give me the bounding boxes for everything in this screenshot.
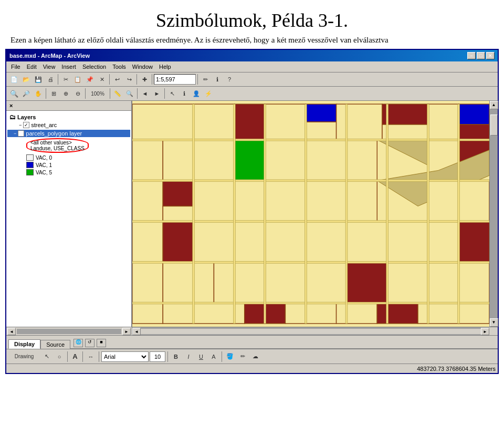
- scale-input[interactable]: [154, 74, 196, 85]
- font-select[interactable]: Arial: [101, 351, 149, 362]
- stop-button[interactable]: ■: [97, 339, 106, 347]
- scroll-track[interactable]: [490, 109, 498, 318]
- help-tool-button[interactable]: ?: [224, 74, 235, 85]
- menu-window[interactable]: Window: [130, 63, 155, 71]
- parcels-checkbox[interactable]: ✓: [18, 130, 24, 137]
- line-color-btn[interactable]: ✏: [237, 351, 248, 362]
- editor-button[interactable]: ✏: [200, 74, 211, 85]
- percent-input-btn[interactable]: 100%: [87, 88, 108, 99]
- refresh-button[interactable]: ↺: [85, 339, 94, 347]
- scroll-up-button[interactable]: ▲: [490, 101, 498, 109]
- globe-button[interactable]: 🌐: [74, 339, 83, 347]
- legend-vac5: VAC, 5: [26, 169, 130, 175]
- coordinates-display: 483720.73 3768604.35 Meters: [417, 366, 496, 372]
- map-horizontal-scroll[interactable]: ◄ ►: [132, 327, 489, 335]
- svg-rect-14: [163, 140, 193, 181]
- fixed-zoom-out-button[interactable]: ⊖: [72, 88, 83, 99]
- tools-toolbar: 🔍 🔎 ✋ ⊞ ⊕ ⊖ 100% 📏 🔍 ◄ ► ↖ ℹ 👤 ⚡: [6, 87, 498, 101]
- svg-rect-56: [337, 303, 377, 324]
- toc-scroll-left[interactable]: ◄: [7, 328, 16, 335]
- drawing-label-btn[interactable]: Drawing: [8, 351, 40, 362]
- menu-view[interactable]: View: [40, 63, 58, 71]
- toc-item-parcels[interactable]: − ✓ parcels_polygon layer: [7, 130, 130, 137]
- new-button[interactable]: 📄: [8, 74, 20, 85]
- menu-file[interactable]: File: [8, 63, 23, 71]
- copy-button[interactable]: 📋: [72, 74, 83, 85]
- redo-button[interactable]: ↪: [123, 74, 135, 85]
- map-scroll-right[interactable]: ►: [481, 328, 489, 335]
- open-button[interactable]: 📂: [20, 74, 32, 85]
- pan-button[interactable]: ✋: [33, 88, 44, 99]
- drawing-circle[interactable]: ○: [54, 351, 65, 362]
- add-data-button[interactable]: ✚: [139, 74, 150, 85]
- close-button[interactable]: ✕: [486, 52, 495, 59]
- title-bar: base.mxd - ArcMap - ArcView − □ ✕: [6, 50, 498, 61]
- svg-rect-67: [264, 104, 266, 324]
- toc-layers-label: Layers: [17, 114, 36, 120]
- bold-button[interactable]: B: [170, 351, 182, 362]
- delete-button[interactable]: ✕: [96, 74, 108, 85]
- fixed-zoom-in-button[interactable]: ⊕: [60, 88, 71, 99]
- menu-tools[interactable]: Tools: [110, 63, 129, 71]
- street-arc-checkbox[interactable]: ✓: [23, 122, 29, 128]
- menu-insert[interactable]: Insert: [59, 63, 79, 71]
- toc-header-label: ×: [9, 102, 13, 109]
- svg-rect-31: [132, 222, 163, 263]
- paste-button[interactable]: 📌: [84, 74, 96, 85]
- menu-selection[interactable]: Selection: [80, 63, 109, 71]
- cut-button[interactable]: ✂: [60, 74, 71, 85]
- menu-help[interactable]: Help: [156, 63, 174, 71]
- maximize-button[interactable]: □: [477, 52, 485, 59]
- svg-rect-5: [306, 104, 336, 122]
- undo-button[interactable]: ↩: [111, 74, 123, 85]
- back-button[interactable]: ◄: [139, 88, 151, 99]
- full-extent-button[interactable]: ⊞: [48, 88, 59, 99]
- horizontal-scrollbar-area: ◄ ► ◄ ►: [6, 327, 498, 335]
- svg-rect-64: [132, 302, 489, 304]
- font-size-input[interactable]: [150, 351, 165, 362]
- shadow-btn[interactable]: ☁: [249, 351, 261, 362]
- zoom-in-button[interactable]: 🔍: [8, 88, 20, 99]
- minimize-button[interactable]: −: [467, 52, 476, 59]
- menu-edit[interactable]: Edit: [24, 63, 39, 71]
- toc-item-street-arc[interactable]: − ✓ street_arc: [7, 121, 130, 129]
- info-button[interactable]: ℹ: [178, 88, 190, 99]
- map-scroll-left[interactable]: ◄: [132, 328, 141, 335]
- toc-scroll-right[interactable]: ►: [122, 328, 131, 335]
- vertical-scrollbar[interactable]: ▲ ▼: [489, 101, 498, 327]
- map-scroll-thumb[interactable]: [141, 329, 481, 334]
- select-button[interactable]: ↖: [166, 88, 178, 99]
- print-button[interactable]: 🖨: [45, 74, 56, 85]
- lightning-button[interactable]: ⚡: [203, 88, 214, 99]
- sep6: [46, 88, 46, 99]
- svg-rect-39: [428, 222, 458, 263]
- save-button[interactable]: 💾: [33, 74, 44, 85]
- menu-bar: File Edit View Insert Selection Tools Wi…: [6, 61, 498, 72]
- arrow-btn[interactable]: ↔: [85, 351, 97, 362]
- italic-button[interactable]: I: [183, 351, 194, 362]
- identify2-button[interactable]: 👤: [191, 88, 202, 99]
- tab-display[interactable]: Display: [8, 339, 40, 349]
- svg-rect-28: [265, 181, 377, 222]
- toc-horizontal-scroll[interactable]: ◄ ►: [6, 327, 132, 335]
- find-button[interactable]: 🔍: [124, 88, 135, 99]
- forward-button[interactable]: ►: [151, 88, 163, 99]
- toc-scroll-track[interactable]: [17, 329, 121, 334]
- svg-rect-36: [306, 222, 346, 263]
- tab-source[interactable]: Source: [40, 340, 70, 349]
- sep9: [137, 88, 138, 99]
- drawing-arrow[interactable]: ↖: [41, 351, 52, 362]
- text-insert-btn[interactable]: A: [70, 351, 80, 362]
- svg-rect-35: [265, 222, 306, 263]
- map-area[interactable]: [132, 101, 489, 327]
- font-color-btn[interactable]: A: [208, 351, 219, 362]
- fill-color-btn[interactable]: 🪣: [224, 351, 236, 362]
- underline-button[interactable]: U: [195, 351, 207, 362]
- identify-button[interactable]: ℹ: [212, 74, 223, 85]
- toc-panel: × 🗂 Layers − ✓ street_arc − ✓: [6, 101, 132, 327]
- scroll-thumb[interactable]: [490, 115, 498, 136]
- svg-rect-49: [387, 262, 428, 303]
- measure-button[interactable]: 📏: [112, 88, 123, 99]
- scroll-down-button[interactable]: ▼: [490, 318, 498, 327]
- zoom-out-button[interactable]: 🔎: [20, 88, 32, 99]
